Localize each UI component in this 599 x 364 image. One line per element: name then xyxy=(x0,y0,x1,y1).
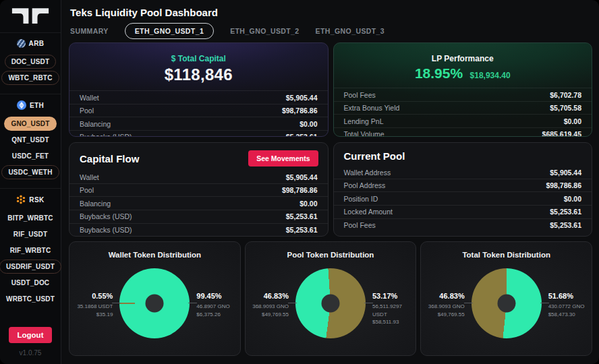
donut-hole xyxy=(146,295,164,313)
row-value: $0.00 xyxy=(300,120,317,128)
lp-performance-card: LP Performance 18.95% $18,934.40 Pool Fe… xyxy=(333,42,593,137)
total-capital-card: $ Total Capital $118,846 Wallet$5,905.44… xyxy=(69,42,329,137)
sidebar-item-bitp-wrbtc[interactable]: BITP_WRBTC xyxy=(1,211,60,225)
donut-hole xyxy=(497,295,515,313)
main-content: Teks Liquidity Pool Dashboard SUMMARY ET… xyxy=(61,0,599,364)
slice-percent: 51.68% xyxy=(548,291,588,302)
row-value: $0.00 xyxy=(564,195,581,203)
chart-title: Total Token Distribution xyxy=(421,251,592,259)
lp-performance-rows: Pool Fees$6,702.78 Extra Bonus Yield$5,7… xyxy=(334,88,592,137)
stat-row: Pool Fees$5,253.61 xyxy=(334,219,592,233)
row-label: Pool Address xyxy=(344,181,386,189)
donut-label-right: 51.68% 430.0772 GNO $58,473.30 xyxy=(548,291,588,318)
slice-usd-amount: $35.19 xyxy=(96,311,113,317)
sidebar-item-usdt-doc[interactable]: USDT_DOC xyxy=(5,276,57,290)
sidebar-item-gno-usdt[interactable]: GNO_USDT xyxy=(4,117,56,131)
stat-row: Balancing$0.00 xyxy=(69,117,328,130)
chart-title: Wallet Token Distribution xyxy=(69,251,240,259)
slice-token-amount: 368.9093 GNO xyxy=(428,303,465,309)
stat-row: Lending PnL$0.00 xyxy=(334,114,592,127)
wallet-distribution-donut xyxy=(119,268,190,338)
capital-flow-title: Capital Flow xyxy=(80,153,139,164)
slice-usd-amount: $49,769.55 xyxy=(262,311,289,317)
sidebar-item-usdc-weth[interactable]: USDC_WETH xyxy=(1,165,59,179)
sidebar-item-rif-usdt[interactable]: RIF_USDT xyxy=(7,227,55,241)
row-label: Buybacks (USD) xyxy=(80,212,132,220)
pool-distribution-card: Pool Token Distribution 46.83% 368.9093 … xyxy=(245,241,417,356)
row-label: Pool Fees xyxy=(344,221,376,229)
row-value: $5,253.61 xyxy=(286,212,318,220)
see-movements-button[interactable]: See Movements xyxy=(248,150,318,166)
stat-row: Wallet Address$5,905.44 xyxy=(334,166,592,179)
sidebar-section-header-eth: ETH xyxy=(17,100,44,110)
tab-eth-gno-usdt-1[interactable]: ETH_GNO_USDT_1 xyxy=(125,23,214,39)
tab-eth-gno-usdt-3[interactable]: ETH_GNO_USDT_3 xyxy=(316,27,384,35)
sidebar: ARB DOC_USDT WBTC_RBTC ETH GNO_USDT QNT_… xyxy=(0,0,61,364)
slice-percent: 53.17% xyxy=(372,291,411,302)
stat-row: Pool Fees$6,702.78 xyxy=(334,88,592,101)
slice-percent: 46.83% xyxy=(250,291,289,302)
current-pool-title: Current Pool xyxy=(344,150,405,162)
row-label: Lending PnL xyxy=(344,117,384,125)
sidebar-item-usdrif-usdt[interactable]: USDRIF_USDT xyxy=(0,260,61,274)
arb-icon xyxy=(17,39,26,48)
sidebar-section-label: ETH xyxy=(30,102,44,109)
slice-token-amount: 430.0772 GNO xyxy=(548,303,585,309)
tab-summary[interactable]: SUMMARY xyxy=(70,27,109,35)
total-capital-value: $118,846 xyxy=(69,65,328,84)
row-label: Pool xyxy=(80,186,94,194)
detail-cards-row: Capital Flow See Movements Wallet$5,905.… xyxy=(69,142,592,237)
row-value: $6,702.78 xyxy=(550,91,581,99)
sidebar-item-rif-wrbtc[interactable]: RIF_WRBTC xyxy=(3,243,58,257)
leader-line-left xyxy=(112,303,121,303)
slice-token-amount: 46.8907 GNO xyxy=(196,303,229,309)
sidebar-item-usdc-fet[interactable]: USDC_FET xyxy=(5,149,55,163)
capital-flow-rows: Wallet$5,905.44 Pool$98,786.86 Balancing… xyxy=(69,171,328,237)
current-pool-rows: Wallet Address$5,905.44 Pool Address$98,… xyxy=(334,166,592,232)
row-value: $98,786.86 xyxy=(282,107,318,115)
row-label: Pool Fees xyxy=(344,91,376,99)
sidebar-section-label: RSK xyxy=(29,196,44,204)
summary-cards-row: $ Total Capital $118,846 Wallet$5,905.44… xyxy=(69,42,592,137)
sidebar-item-wbtc-rbtc[interactable]: WBTC_RBTC xyxy=(1,71,59,85)
logout-button[interactable]: Logout xyxy=(9,327,53,343)
current-pool-header: Current Pool xyxy=(334,143,592,162)
stat-row: Total Volume$685,619.45 xyxy=(334,127,592,138)
stat-row: Pool$98,786.86 xyxy=(69,184,328,198)
capital-flow-header: Capital Flow See Movements xyxy=(69,143,328,166)
stat-row: Pool Address$98,786.86 xyxy=(334,179,592,193)
current-pool-card: Current Pool Wallet Address$5,905.44 Poo… xyxy=(333,142,593,237)
sidebar-section-eth: ETH GNO_USDT QNT_USDT USDC_FET USDC_WETH xyxy=(0,94,61,184)
row-label: Total Volume xyxy=(344,130,384,137)
slice-token-amount: 35.1868 USDT xyxy=(77,303,113,309)
lp-performance-title: LP Performance xyxy=(432,54,494,63)
total-distribution-donut xyxy=(472,268,542,338)
sidebar-section-label: ARB xyxy=(29,40,45,47)
row-label: Balancing xyxy=(80,120,111,128)
donut-label-left: 46.83% 368.9093 GNO $49,769.55 xyxy=(250,291,289,318)
sidebar-item-wrbtc-usdt[interactable]: WRBTC_USDT xyxy=(0,292,61,306)
pool-distribution-donut xyxy=(295,268,366,338)
row-value: $685,619.45 xyxy=(542,130,581,137)
slice-usd-amount: $58,511.93 xyxy=(372,319,399,325)
total-capital-rows: Wallet$5,905.44 Pool$98,786.86 Balancing… xyxy=(69,90,328,137)
slice-percent: 46.83% xyxy=(425,291,464,302)
sidebar-item-doc-usdt[interactable]: DOC_USDT xyxy=(5,55,57,69)
tab-bar: SUMMARY ETH_GNO_USDT_1 ETH_GNO_USDT_2 ET… xyxy=(70,23,592,38)
tab-eth-gno-usdt-2[interactable]: ETH_GNO_USDT_2 xyxy=(230,27,299,35)
row-label: Wallet Address xyxy=(344,169,391,177)
sidebar-item-qnt-usdt[interactable]: QNT_USDT xyxy=(5,133,56,147)
total-capital-title: $ Total Capital xyxy=(171,54,226,63)
row-value: $5,905.44 xyxy=(286,173,318,181)
stat-row: Wallet$5,905.44 xyxy=(69,171,328,184)
donut-label-right: 53.17% 56,511.9297 USDT $58,511.93 xyxy=(372,291,411,326)
slice-token-amount: 56,511.9297 USDT xyxy=(372,303,402,317)
donut-label-left: 0.55% 35.1868 USDT $35.19 xyxy=(74,291,113,318)
stat-row: Pool$98,786.86 xyxy=(69,104,328,117)
row-value: $98,786.86 xyxy=(282,186,318,194)
stat-row: Wallet$5,905.44 xyxy=(69,90,328,104)
row-label: Wallet xyxy=(80,94,99,102)
slice-usd-amount: $6,375.26 xyxy=(196,311,221,317)
row-label: Extra Bonus Yield xyxy=(344,104,400,112)
distribution-charts-row: Wallet Token Distribution 0.55% 35.1868 … xyxy=(69,241,592,356)
